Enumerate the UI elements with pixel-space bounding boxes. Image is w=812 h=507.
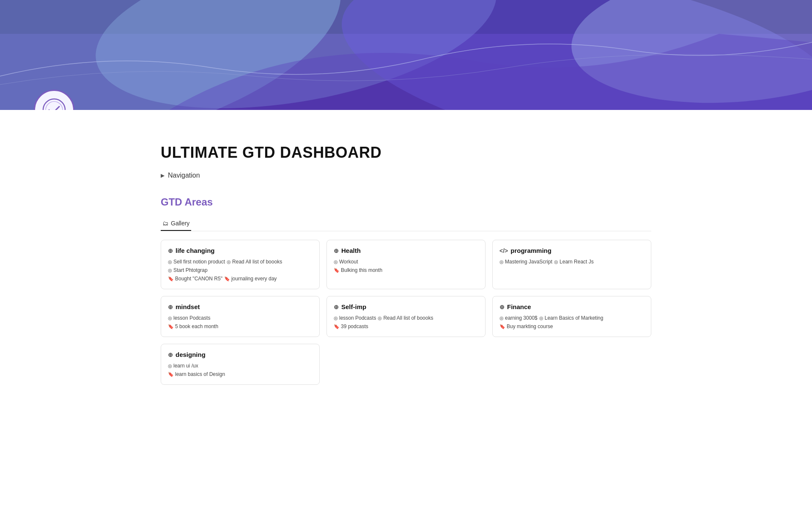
card-title-text-programming: programming [510,247,551,254]
card-title-health: ⊕Health [334,247,478,254]
card-title-icon-mindset: ⊕ [168,304,173,310]
card-title-icon-designing: ⊕ [168,351,173,358]
card-tag2-self-imp-0: 🔖 39 podcasts [334,323,368,330]
gallery-card-designing[interactable]: ⊕designing◎ learn ui /ux🔖 learn basics o… [161,344,320,385]
card-title-mindset: ⊕mindset [168,303,313,310]
tag-text: Learn React Js [560,259,594,265]
card-tag-life-changing-2: ◎ Start Phtotgrap [168,267,208,274]
gallery-tab[interactable]: 🗂 Gallery [161,217,191,231]
tag-text: lesson Podcasts [173,315,210,321]
card-title-text-finance: Finance [507,303,531,310]
card-title-self-imp: ⊕Self-imp [334,303,478,310]
card-tag-self-imp-0: ◎ lesson Podcasts [334,315,376,321]
card-tags-row1-programming: ◎ Mastering JavaScript◎ Learn React Js [499,258,644,265]
navigation-label: Navigation [168,172,200,179]
card-title-icon-health: ⊕ [334,247,339,254]
card-title-text-life-changing: life changing [176,247,215,254]
card-title-icon-self-imp: ⊕ [334,304,339,310]
card-title-icon-finance: ⊕ [499,304,505,310]
tag-icon2: 🔖 [168,324,174,329]
tag-text: Read All list of boooks [232,259,282,265]
card-tag-life-changing-0: ◎ Sell first notion product [168,258,225,265]
tag-text2: Bulking this month [341,267,382,273]
card-title-life-changing: ⊕life changing [168,247,313,254]
card-tag2-finance-0: 🔖 Buy markting course [499,323,553,330]
gallery-card-finance[interactable]: ⊕Finance◎ earning 3000$◎ Learn Basics of… [492,296,651,337]
card-title-text-designing: designing [176,351,206,358]
card-tag-designing-0: ◎ learn ui /ux [168,362,198,369]
tag-text2: 5 book each month [175,323,218,329]
card-tag2-life-changing-0: 🔖 Bought "CANON R5" [168,275,222,282]
card-title-icon-programming: </> [499,247,508,254]
gallery-card-health[interactable]: ⊕Health◎ Workout🔖 Bulking this month [326,240,486,289]
card-tags-row2-designing: 🔖 learn basics of Design [168,371,313,378]
gtd-areas-title: GTD Areas [161,196,651,208]
card-tags-row2-life-changing: 🔖 Bought "CANON R5"🔖 journaling every da… [168,275,313,282]
card-tag2-mindset-0: 🔖 5 book each month [168,323,218,330]
nav-arrow: ▶ [161,173,165,178]
tag-icon2: 🔖 [168,372,174,377]
card-title-icon-life-changing: ⊕ [168,247,173,254]
tag-icon2: 🔖 [168,276,174,282]
tag-text2: 39 podcasts [341,323,368,329]
tag-icon: ◎ [227,259,231,265]
gallery-tab-icon: 🗂 [162,220,168,227]
tag-text: Workout [339,259,358,265]
gallery-tab-label: Gallery [171,220,189,227]
navigation-toggle[interactable]: ▶ Navigation [161,172,651,179]
svg-point-7 [46,101,63,110]
card-tag-programming-1: ◎ Learn React Js [554,258,594,265]
card-tag-programming-0: ◎ Mastering JavaScript [499,258,552,265]
tag-text: Start Phtotgrap [173,267,208,273]
card-tag-finance-1: ◎ Learn Basics of Marketing [539,315,604,321]
tag-icon: ◎ [168,315,172,321]
card-tag-mindset-0: ◎ lesson Podcasts [168,315,210,321]
tag-text: Mastering JavaScript [505,259,552,265]
tag-text: lesson Podcasts [339,315,376,321]
card-tags-row2-finance: 🔖 Buy markting course [499,323,644,330]
gallery-card-self-imp[interactable]: ⊕Self-imp◎ lesson Podcasts◎ Read All lis… [326,296,486,337]
card-tag2-health-0: 🔖 Bulking this month [334,267,382,274]
page-title: ULTIMATE GTD DASHBOARD [161,144,651,162]
card-title-text-mindset: mindset [176,303,200,310]
tag-text2: journaling every day [231,276,277,282]
tag-icon2: 🔖 [334,324,340,329]
tag-icon2: 🔖 [334,268,340,273]
card-tag-self-imp-1: ◎ Read All list of boooks [378,315,433,321]
card-tags-row1-finance: ◎ earning 3000$◎ Learn Basics of Marketi… [499,315,644,321]
tag-icon: ◎ [539,315,543,321]
tag-icon: ◎ [499,315,504,321]
card-tags-row1-health: ◎ Workout [334,258,478,265]
logo-circle [34,90,74,110]
tag-icon: ◎ [168,268,172,273]
tag-text: Learn Basics of Marketing [545,315,604,321]
card-title-programming: </>programming [499,247,644,254]
logo-container [34,90,74,110]
tab-bar: 🗂 Gallery [161,217,651,231]
svg-point-6 [43,99,65,110]
card-tags-row2-mindset: 🔖 5 book each month [168,323,313,330]
tag-text2: Bought "CANON R5" [175,276,222,282]
card-title-text-health: Health [341,247,361,254]
card-tags-row1-designing: ◎ learn ui /ux [168,362,313,369]
tag-text: learn ui /ux [173,363,198,369]
gallery-card-programming[interactable]: </>programming◎ Mastering JavaScript◎ Le… [492,240,651,289]
tag-text: earning 3000$ [505,315,538,321]
card-tag2-designing-0: 🔖 learn basics of Design [168,371,225,378]
tag-icon2: 🔖 [224,276,230,282]
card-tag-health-0: ◎ Workout [334,258,358,265]
tag-icon: ◎ [378,315,382,321]
card-tags-row1-life-changing: ◎ Sell first notion product◎ Read All li… [168,258,313,274]
card-tags-row1-self-imp: ◎ lesson Podcasts◎ Read All list of booo… [334,315,478,321]
gallery-grid: ⊕life changing◎ Sell first notion produc… [161,240,651,385]
card-title-text-self-imp: Self-imp [341,303,366,310]
tag-text: Sell first notion product [173,259,225,265]
card-tags-row2-self-imp: 🔖 39 podcasts [334,323,478,330]
gallery-card-life-changing[interactable]: ⊕life changing◎ Sell first notion produc… [161,240,320,289]
gallery-card-mindset[interactable]: ⊕mindset◎ lesson Podcasts🔖 5 book each m… [161,296,320,337]
card-tags-row1-mindset: ◎ lesson Podcasts [168,315,313,321]
tag-text2: learn basics of Design [175,371,225,377]
card-tags-row2-health: 🔖 Bulking this month [334,267,478,274]
tag-icon: ◎ [334,315,338,321]
card-tag-life-changing-1: ◎ Read All list of boooks [227,258,282,265]
